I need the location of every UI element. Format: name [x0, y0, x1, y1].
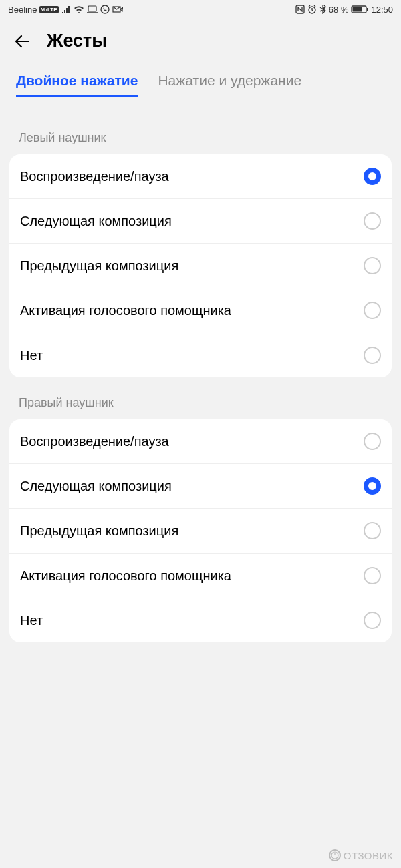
radio-selected-icon: [364, 477, 381, 495]
header: Жесты: [0, 19, 401, 59]
radio-icon: [364, 522, 381, 539]
option-label: Нет: [20, 613, 43, 628]
laptop-icon: [87, 5, 98, 13]
battery-percent: 68 %: [329, 5, 349, 15]
option-label: Следующая композиция: [20, 479, 172, 494]
volte-badge: VoLTE: [39, 6, 58, 13]
option-row[interactable]: Воспроизведение/пауза: [9, 154, 392, 199]
radio-icon: [364, 257, 381, 274]
status-right: 68 % 12:50: [295, 5, 393, 15]
signal-icon: [61, 5, 71, 13]
option-label: Предыдущая композиция: [20, 258, 178, 274]
option-row[interactable]: Активация голосового помощника: [9, 288, 392, 333]
svg-rect-7: [367, 8, 368, 11]
tabs: Двойное нажатие Нажатие и удержание: [0, 73, 401, 97]
radio-icon: [364, 302, 381, 319]
option-row[interactable]: Нет: [9, 598, 392, 642]
nfc-icon: [295, 5, 305, 14]
carrier-label: Beeline: [8, 5, 37, 15]
svg-rect-6: [353, 7, 362, 12]
option-row[interactable]: Воспроизведение/пауза: [9, 419, 392, 464]
svg-point-1: [101, 5, 109, 13]
option-label: Активация голосового помощника: [20, 568, 231, 584]
arrow-left-icon: [14, 33, 31, 50]
whatsapp-icon: [100, 5, 110, 14]
radio-icon: [364, 612, 381, 629]
tab-press-hold[interactable]: Нажатие и удержание: [158, 73, 301, 97]
tab-double-tap[interactable]: Двойное нажатие: [16, 73, 138, 97]
option-row[interactable]: Нет: [9, 333, 392, 377]
watermark: ОТЗОВИК: [329, 849, 393, 861]
option-label: Предыдущая композиция: [20, 523, 178, 539]
section-label-left: Левый наушник: [0, 131, 401, 145]
left-earbud-card: Воспроизведение/пауза Следующая композиц…: [9, 154, 392, 377]
back-button[interactable]: [13, 32, 32, 51]
radio-icon: [364, 433, 381, 450]
wifi-icon: [74, 5, 84, 13]
option-row[interactable]: Предыдущая композиция: [9, 509, 392, 554]
alarm-icon: [307, 5, 317, 14]
option-row[interactable]: Активация голосового помощника: [9, 554, 392, 598]
option-row[interactable]: Следующая композиция: [9, 464, 392, 509]
option-label: Воспроизведение/пауза: [20, 434, 169, 449]
watermark-power-icon: [329, 849, 341, 861]
clock-time: 12:50: [371, 5, 393, 15]
option-row[interactable]: Предыдущая композиция: [9, 244, 392, 288]
option-label: Нет: [20, 348, 43, 363]
section-label-right: Правый наушник: [0, 396, 401, 410]
status-bar: Beeline VoLTE 68 % 12:50: [0, 0, 401, 19]
mail-icon: [112, 5, 123, 13]
radio-icon: [364, 347, 381, 364]
battery-icon: [351, 5, 368, 14]
page-title: Жесты: [47, 31, 107, 51]
svg-rect-0: [88, 6, 96, 11]
option-label: Следующая композиция: [20, 214, 172, 229]
option-label: Активация голосового помощника: [20, 303, 231, 318]
status-left: Beeline VoLTE: [8, 5, 123, 15]
radio-icon: [364, 212, 381, 230]
option-label: Воспроизведение/пауза: [20, 169, 169, 184]
option-row[interactable]: Следующая композиция: [9, 199, 392, 244]
radio-selected-icon: [364, 168, 381, 185]
watermark-text: ОТЗОВИК: [344, 850, 393, 861]
radio-icon: [364, 567, 381, 584]
right-earbud-card: Воспроизведение/пауза Следующая композиц…: [9, 419, 392, 642]
bluetooth-icon: [319, 5, 326, 14]
